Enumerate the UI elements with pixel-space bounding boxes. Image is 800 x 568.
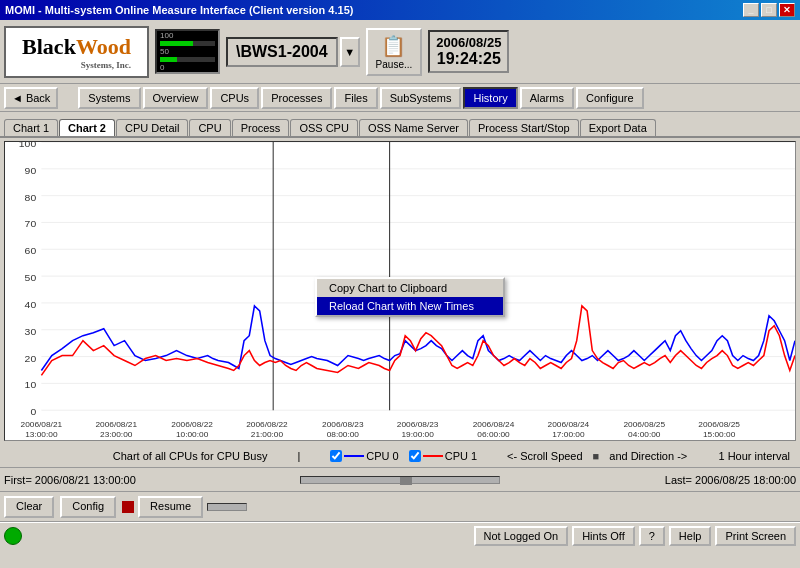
nav-item-files[interactable]: Files [334, 87, 377, 109]
pause-button[interactable]: 📋 Pause... [366, 28, 423, 76]
subtab-process[interactable]: Process [232, 119, 290, 136]
svg-text:21:00:00: 21:00:00 [251, 430, 284, 439]
gauge-label-0: 0 [160, 63, 164, 72]
svg-text:2006/08/25: 2006/08/25 [623, 420, 665, 429]
bottom-status-bar: Not Logged On Hints Off ? Help Print Scr… [0, 522, 800, 548]
back-label: Back [26, 92, 50, 104]
app-title: MOMI - Multi-system Online Measure Inter… [5, 4, 353, 16]
subtab-chart1[interactable]: Chart 1 [4, 119, 58, 136]
gauge-bar [160, 41, 215, 46]
maximize-button[interactable]: □ [761, 3, 777, 17]
gauge-box: 100 50 0 [155, 29, 220, 74]
svg-text:19:00:00: 19:00:00 [401, 430, 434, 439]
svg-text:2006/08/21: 2006/08/21 [95, 420, 137, 429]
svg-text:80: 80 [25, 192, 37, 203]
scroll-indicator [300, 476, 500, 484]
subtab-oss-name-server[interactable]: OSS Name Server [359, 119, 468, 136]
svg-text:13:00:00: 13:00:00 [25, 430, 58, 439]
gauge-bar-2 [160, 57, 215, 62]
svg-text:10: 10 [25, 380, 37, 391]
context-menu-reload[interactable]: Reload Chart with New Times [317, 297, 503, 315]
nav-item-history[interactable]: History [463, 87, 517, 109]
legend-bar: Chart of all CPUs for CPU Busy | CPU 0 C… [0, 444, 800, 468]
svg-text:2006/08/23: 2006/08/23 [322, 420, 364, 429]
subtab-cpu-detail[interactable]: CPU Detail [116, 119, 188, 136]
logo: BlackWood Systems, Inc. [4, 26, 149, 78]
nav-item-configure[interactable]: Configure [576, 87, 644, 109]
scroll-label-right: and Direction -> [609, 450, 687, 462]
cpu0-checkbox-label[interactable]: CPU 0 [330, 450, 398, 462]
context-menu-copy[interactable]: Copy Chart to Clipboard [317, 279, 503, 297]
scroll-dot-icon: ■ [593, 450, 600, 462]
nav-item-processes[interactable]: Processes [261, 87, 332, 109]
window-controls: _ □ ✕ [743, 3, 795, 17]
help-button[interactable]: Help [669, 526, 712, 546]
cpu0-line-icon [344, 455, 364, 457]
svg-text:2006/08/23: 2006/08/23 [397, 420, 439, 429]
time-display: 19:24:25 [436, 50, 501, 68]
subtab-process-start-stop[interactable]: Process Start/Stop [469, 119, 579, 136]
svg-text:08:00:00: 08:00:00 [327, 430, 360, 439]
logo-wood: Wood [76, 34, 131, 59]
config-button[interactable]: Config [60, 496, 116, 518]
print-screen-button[interactable]: Print Screen [715, 526, 796, 546]
scroll-label-left: <- Scroll Speed [507, 450, 583, 462]
nav-item-subsystems[interactable]: SubSystems [380, 87, 462, 109]
context-menu: Copy Chart to Clipboard Reload Chart wit… [315, 277, 505, 317]
svg-text:04:00:00: 04:00:00 [628, 430, 661, 439]
svg-text:23:00:00: 23:00:00 [100, 430, 133, 439]
bottom-controls: Clear Config Resume [0, 492, 800, 522]
pause-label: Pause... [376, 59, 413, 70]
subtab-chart2[interactable]: Chart 2 [59, 119, 115, 136]
cpu1-checkbox[interactable] [409, 450, 421, 462]
cpu1-checkbox-label[interactable]: CPU 1 [409, 450, 477, 462]
logo-black: Black [22, 34, 76, 59]
svg-text:2006/08/22: 2006/08/22 [171, 420, 213, 429]
svg-text:2006/08/21: 2006/08/21 [21, 420, 63, 429]
svg-text:30: 30 [25, 326, 37, 337]
nav-item-cpus[interactable]: CPUs [210, 87, 259, 109]
not-logged-on-button[interactable]: Not Logged On [474, 526, 569, 546]
svg-text:2006/08/24: 2006/08/24 [548, 420, 590, 429]
resume-button[interactable]: Resume [138, 496, 203, 518]
last-time-label: Last= 2006/08/25 18:00:00 [508, 474, 796, 486]
subtab-export-data[interactable]: Export Data [580, 119, 656, 136]
system-name: \BWS1-2004 [226, 37, 338, 67]
nav-item-alarms[interactable]: Alarms [520, 87, 574, 109]
clear-button[interactable]: Clear [4, 496, 54, 518]
connection-status-icon [4, 527, 22, 545]
subtab-cpu[interactable]: CPU [189, 119, 230, 136]
nav-item-separator [60, 87, 76, 109]
interval-label: 1 Hour interval [718, 450, 790, 462]
svg-text:2006/08/22: 2006/08/22 [246, 420, 288, 429]
svg-text:2006/08/25: 2006/08/25 [698, 420, 740, 429]
first-time-label: First= 2006/08/21 13:00:00 [4, 474, 292, 486]
svg-text:60: 60 [25, 245, 37, 256]
nav-item-overview[interactable]: Overview [143, 87, 209, 109]
minimize-button[interactable]: _ [743, 3, 759, 17]
system-dropdown-button[interactable]: ▼ [340, 37, 360, 67]
close-button[interactable]: ✕ [779, 3, 795, 17]
question-button[interactable]: ? [639, 526, 665, 546]
hints-off-button[interactable]: Hints Off [572, 526, 635, 546]
scroll-track[interactable] [300, 476, 500, 484]
svg-text:15:00:00: 15:00:00 [703, 430, 736, 439]
svg-text:90: 90 [25, 165, 37, 176]
status-bar: First= 2006/08/21 13:00:00 Last= 2006/08… [0, 468, 800, 492]
nav-item-systems[interactable]: Systems [78, 87, 140, 109]
svg-text:20: 20 [25, 353, 37, 364]
resume-track[interactable] [207, 503, 247, 511]
subtab-oss-cpu[interactable]: OSS CPU [290, 119, 358, 136]
resume-status-icon [122, 501, 134, 513]
cpu1-line-icon [423, 455, 443, 457]
back-arrow-icon: ◄ [12, 92, 23, 104]
logo-tagline: Systems, Inc. [22, 60, 131, 70]
resume-area: Resume [122, 496, 247, 518]
back-button[interactable]: ◄ Back [4, 87, 58, 109]
gauge-label-50: 50 [160, 47, 169, 56]
cpu0-checkbox[interactable] [330, 450, 342, 462]
gauge-fill-2 [160, 57, 177, 62]
svg-text:2006/08/24: 2006/08/24 [473, 420, 515, 429]
svg-text:100: 100 [19, 142, 37, 149]
svg-text:06:00:00: 06:00:00 [477, 430, 510, 439]
